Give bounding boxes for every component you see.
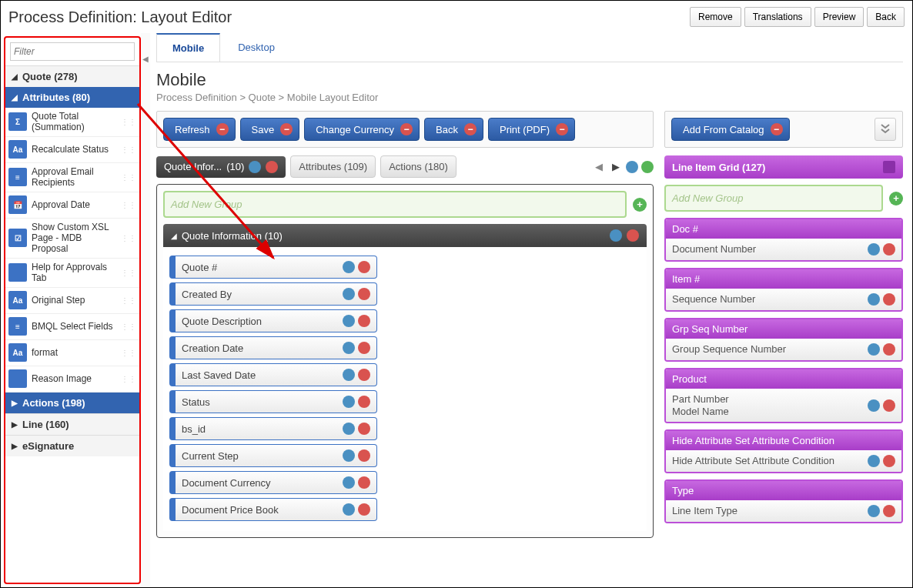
collapse-icon: ◢ <box>12 72 18 81</box>
edit-icon[interactable] <box>343 423 355 435</box>
column-group[interactable]: Doc #Document Number <box>664 218 903 262</box>
tab-desktop[interactable]: Desktop <box>222 33 291 62</box>
edit-icon[interactable] <box>343 288 355 300</box>
edit-icon[interactable] <box>343 476 355 489</box>
edit-icon[interactable] <box>883 161 895 173</box>
delete-icon[interactable] <box>358 288 370 300</box>
add-group-button[interactable]: + <box>633 198 647 212</box>
field-item[interactable]: bs_id <box>169 417 377 440</box>
preview-button[interactable]: Preview <box>814 7 865 27</box>
add-icon[interactable] <box>641 161 654 173</box>
cat-quote[interactable]: ◢Quote (278) <box>5 65 139 87</box>
attribute-item[interactable]: Help for Approvals Tab⋮⋮ <box>5 259 139 288</box>
filter-input[interactable] <box>10 42 135 61</box>
add-group-input[interactable]: Add New Group <box>163 191 627 218</box>
subtab-attributes[interactable]: Attributes (109) <box>290 155 376 178</box>
delete-icon[interactable] <box>358 369 370 381</box>
attribute-item[interactable]: 📅Approval Date⋮⋮ <box>5 192 139 219</box>
delete-icon[interactable] <box>883 455 895 467</box>
delete-icon[interactable] <box>358 342 370 354</box>
line-item-grid-header[interactable]: Line Item Grid (127) <box>664 155 903 179</box>
edit-icon[interactable] <box>343 369 355 381</box>
subtab-quote-info[interactable]: Quote Infor... (10) <box>156 156 286 178</box>
edit-icon[interactable] <box>868 343 880 356</box>
delete-icon[interactable] <box>883 293 895 306</box>
expand-toolbar-button[interactable] <box>875 118 896 141</box>
sidebar: ◢Quote (278) ◢Attributes (80) ΣQuote Tot… <box>4 36 141 584</box>
column-group[interactable]: TypeLine Item Type <box>664 479 903 523</box>
edit-icon[interactable] <box>343 315 355 327</box>
prev-icon[interactable]: ◀ <box>592 159 606 175</box>
attribute-item[interactable]: Aaformat⋮⋮ <box>5 340 139 366</box>
delete-icon[interactable] <box>358 261 370 273</box>
attribute-item[interactable]: ≡Approval Email Recipients⋮⋮ <box>5 163 139 192</box>
add-from-catalog-button[interactable]: Add From Catalog− <box>671 118 790 141</box>
field-item[interactable]: Creation Date <box>169 336 377 359</box>
column-group[interactable]: Grp Seq NumberGroup Sequence Number <box>664 318 903 362</box>
subtab-actions[interactable]: Actions (180) <box>380 155 456 178</box>
back-action-button[interactable]: Back− <box>424 118 483 141</box>
change-currency-button[interactable]: Change Currency− <box>304 118 420 141</box>
edit-icon[interactable] <box>610 229 622 242</box>
edit-icon[interactable] <box>343 449 355 462</box>
cat-actions[interactable]: ▶Actions (198) <box>5 393 139 413</box>
delete-icon[interactable] <box>358 449 370 462</box>
delete-icon[interactable] <box>883 243 895 256</box>
back-button[interactable]: Back <box>867 7 905 27</box>
attribute-item[interactable]: Reason Image⋮⋮ <box>5 366 139 393</box>
group-header[interactable]: ◢ Quote Information (10) <box>163 224 647 247</box>
delete-icon[interactable] <box>358 315 370 327</box>
field-item[interactable]: Quote Description <box>169 309 377 332</box>
edit-icon[interactable] <box>249 161 261 173</box>
edit-icon[interactable] <box>626 161 638 173</box>
edit-icon[interactable] <box>868 505 880 517</box>
next-icon[interactable]: ▶ <box>609 159 623 175</box>
field-item[interactable]: Document Price Book <box>169 498 377 521</box>
collapse-left-icon[interactable]: ◀ <box>142 55 149 63</box>
edit-icon[interactable] <box>343 261 355 273</box>
remove-button[interactable]: Remove <box>690 7 741 27</box>
cat-esignature[interactable]: ▶eSignature <box>5 435 139 456</box>
field-item[interactable]: Document Currency <box>169 471 377 494</box>
attribute-item[interactable]: ≡BMQL Select Fields⋮⋮ <box>5 314 139 340</box>
edit-icon[interactable] <box>868 293 880 306</box>
refresh-button[interactable]: Refresh− <box>163 118 236 141</box>
delete-icon[interactable] <box>358 423 370 435</box>
attribute-item[interactable]: ☑Show Custom XSL Page - MDB Proposal⋮⋮ <box>5 219 139 259</box>
cat-line[interactable]: ▶Line (160) <box>5 413 139 435</box>
attribute-item[interactable]: AaOriginal Step⋮⋮ <box>5 288 139 314</box>
edit-icon[interactable] <box>343 396 355 408</box>
attribute-item[interactable]: AaRecalculate Status⋮⋮ <box>5 137 139 163</box>
cat-attributes[interactable]: ◢Attributes (80) <box>5 87 139 108</box>
column-group[interactable]: Item #Sequence Number <box>664 268 903 312</box>
delete-icon[interactable] <box>883 343 895 356</box>
attribute-item[interactable]: ΣQuote Total (Summation)⋮⋮ <box>5 108 139 137</box>
add-group-button[interactable]: + <box>889 192 903 205</box>
column-body: Document Number <box>672 243 865 256</box>
edit-icon[interactable] <box>343 503 355 516</box>
tab-mobile[interactable]: Mobile <box>156 33 220 62</box>
field-item[interactable]: Current Step <box>169 444 377 467</box>
column-group[interactable]: Hide Attribute Set Attribute ConditionHi… <box>664 429 903 473</box>
add-group-input[interactable]: Add New Group <box>664 185 883 212</box>
delete-icon[interactable] <box>358 503 370 516</box>
delete-icon[interactable] <box>627 229 639 242</box>
edit-icon[interactable] <box>868 455 880 467</box>
field-item[interactable]: Last Saved Date <box>169 363 377 386</box>
delete-icon[interactable] <box>883 505 895 517</box>
translations-button[interactable]: Translations <box>744 7 811 27</box>
column-group[interactable]: ProductPart NumberModel Name <box>664 368 903 423</box>
delete-icon[interactable] <box>358 396 370 408</box>
print-button[interactable]: Print (PDF)− <box>488 118 575 141</box>
edit-icon[interactable] <box>868 243 880 256</box>
delete-icon[interactable] <box>883 399 895 412</box>
field-item[interactable]: Status <box>169 390 377 413</box>
type-icon: ≡ <box>8 317 27 336</box>
save-button[interactable]: Save− <box>240 118 300 141</box>
edit-icon[interactable] <box>343 342 355 354</box>
field-item[interactable]: Quote # <box>169 256 377 279</box>
delete-icon[interactable] <box>358 476 370 489</box>
edit-icon[interactable] <box>868 399 880 412</box>
field-item[interactable]: Created By <box>169 282 377 306</box>
delete-icon[interactable] <box>266 161 278 173</box>
